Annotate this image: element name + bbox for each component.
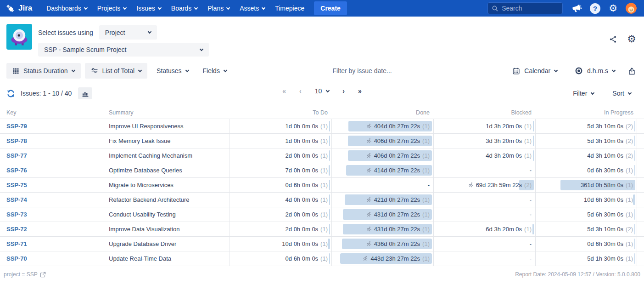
issue-key-link[interactable]: SSP-73 — [6, 211, 27, 218]
jira-home-link[interactable]: Jira — [6, 4, 32, 13]
duration-value: 1d 3h 20m 0s — [486, 123, 522, 130]
chevron-down-icon — [158, 6, 162, 9]
issue-summary: Fix Memory Leak Issue — [106, 134, 230, 148]
first-page-button[interactable]: « — [282, 87, 286, 95]
duration-bar — [634, 209, 635, 220]
duration-value: 0d 6h 30m 0s — [587, 240, 623, 247]
refresh-button[interactable] — [6, 89, 15, 98]
duration-value: 0d 6h 0m 0s — [286, 182, 319, 188]
export-button[interactable] — [626, 63, 638, 79]
running-status-icon — [468, 182, 474, 188]
brand-name: Jira — [18, 4, 32, 13]
duration-cell-done: 436d 0h 27m 22s(1) — [331, 237, 433, 251]
view-mode-button[interactable]: List of Total — [85, 63, 148, 79]
fields-button[interactable]: Fields — [198, 63, 232, 79]
issue-source-select[interactable]: Project — [99, 25, 157, 40]
project-select[interactable]: SSP - Sample Scrum Project — [38, 43, 209, 57]
issue-key-link[interactable]: SSP-79 — [6, 123, 27, 130]
table-row: SSP-79Improve UI Responsiveness1d 0h 0m … — [0, 119, 644, 134]
status-count: (1) — [626, 255, 633, 262]
nav-item-timepiece[interactable]: Timepiece — [270, 0, 309, 17]
time-format-button[interactable]: d.h.m.s — [570, 63, 620, 79]
issues-table-body: SSP-79Improve UI Responsiveness1d 0h 0m … — [0, 119, 644, 266]
chevron-down-icon — [591, 91, 594, 94]
duration-value: 431d 0h 27m 22s — [374, 211, 420, 218]
issue-summary: Refactor Backend Architecture — [106, 193, 230, 207]
issue-key-link[interactable]: SSP-72 — [6, 226, 27, 233]
pagination-bar: Issues: 1 - 10 / 40 « ‹ 10 › » Filter So… — [0, 79, 644, 99]
jql-query-link[interactable]: project = SSP — [4, 271, 46, 278]
jql-query-text: project = SSP — [4, 271, 38, 278]
issue-key-link[interactable]: SSP-74 — [6, 196, 27, 203]
statuses-button[interactable]: Statuses — [151, 63, 193, 79]
nav-item-plans[interactable]: Plans — [202, 0, 235, 17]
issue-key-cell: SSP-73 — [0, 207, 106, 222]
issue-key-link[interactable]: SSP-70 — [6, 255, 27, 262]
issue-summary: Improve Data Visualization — [106, 222, 230, 236]
settings-gear-icon[interactable]: ⚙ — [609, 4, 617, 13]
column-header-summary: Summary — [106, 109, 230, 116]
duration-value: 3d 3h 20m 0s — [486, 137, 522, 144]
prev-page-button[interactable]: ‹ — [299, 87, 302, 95]
chart-view-button[interactable] — [78, 87, 92, 99]
user-avatar[interactable] — [626, 3, 637, 14]
duration-cell-done: 431d 0h 27m 22s(1) — [331, 222, 433, 236]
duration-bar — [634, 253, 635, 264]
chevron-down-icon — [148, 30, 151, 34]
issue-key-link[interactable]: SSP-71 — [6, 240, 27, 247]
duration-cell-done: 421d 0h 27m 22s(1) — [331, 193, 433, 207]
filter-button[interactable]: Filter — [573, 90, 594, 97]
duration-cell-in-progress: 4d 3h 10m 0s(2) — [535, 148, 637, 163]
status-count: (1) — [422, 167, 430, 174]
issue-summary: Conduct Usability Testing — [106, 207, 230, 222]
issue-key-link[interactable]: SSP-75 — [6, 182, 27, 188]
create-button[interactable]: Create — [314, 1, 347, 15]
nav-item-assets[interactable]: Assets — [235, 0, 270, 17]
chevron-down-icon — [71, 68, 75, 72]
issue-summary: Migrate to Microservices — [106, 178, 230, 192]
search-input[interactable] — [502, 5, 559, 12]
status-count: (1) — [320, 240, 328, 247]
duration-cell-blocked: - — [433, 193, 535, 207]
report-type-button[interactable]: Status Duration — [6, 63, 81, 79]
last-page-button[interactable]: » — [358, 87, 362, 95]
duration-cell-in-progress: 0d 6h 30m 0s(1) — [535, 237, 637, 251]
issue-key-cell: SSP-76 — [0, 163, 106, 177]
duration-cell-to-do: 7d 0h 0m 0s(1) — [230, 163, 331, 177]
grid-icon — [12, 68, 19, 74]
next-page-button[interactable]: › — [342, 87, 345, 95]
page-size-select[interactable]: 10 — [315, 87, 330, 95]
status-count: (1) — [422, 211, 430, 218]
status-count: (1) — [524, 152, 532, 159]
report-settings-gear-icon[interactable]: ⚙ — [627, 34, 636, 44]
column-header-blocked: Blocked — [433, 109, 535, 116]
duration-bar — [329, 224, 330, 234]
chevron-down-icon — [200, 47, 203, 51]
duration-bar — [634, 239, 635, 249]
status-count: (1) — [524, 226, 532, 233]
sort-button[interactable]: Sort — [612, 90, 631, 97]
nav-item-issues[interactable]: Issues — [131, 0, 166, 17]
help-icon[interactable]: ? — [590, 3, 600, 14]
timepiece-app-icon — [6, 24, 32, 50]
navbar-search-box[interactable] — [487, 2, 563, 14]
calendar-icon — [512, 67, 520, 75]
nav-item-projects[interactable]: Projects — [92, 0, 132, 17]
nav-item-boards[interactable]: Boards — [166, 0, 202, 17]
duration-value: 2d 0h 0m 0s — [286, 211, 319, 218]
issue-key-link[interactable]: SSP-77 — [6, 152, 27, 159]
chevron-down-icon — [554, 68, 558, 72]
report-info: Report Date: 2024-05-09 12:57 / Version:… — [515, 271, 640, 278]
duration-value: 404d 0h 27m 22s — [374, 123, 420, 130]
running-status-icon — [366, 197, 372, 203]
duration-value: 361d 0h 58m 0s — [581, 182, 623, 188]
issue-key-link[interactable]: SSP-76 — [6, 167, 27, 174]
share-icon[interactable] — [609, 35, 617, 44]
issue-date-filter[interactable]: Filter by issue date... — [333, 67, 392, 74]
calendar-button[interactable]: Calendar — [508, 63, 562, 79]
announcements-megaphone-icon[interactable] — [571, 3, 582, 13]
nav-item-dashboards[interactable]: Dashboards — [41, 0, 92, 17]
chevron-down-icon — [123, 6, 127, 9]
duration-cell-done: 406d 0h 27m 22s(1) — [331, 134, 433, 148]
issue-key-link[interactable]: SSP-78 — [6, 137, 27, 144]
